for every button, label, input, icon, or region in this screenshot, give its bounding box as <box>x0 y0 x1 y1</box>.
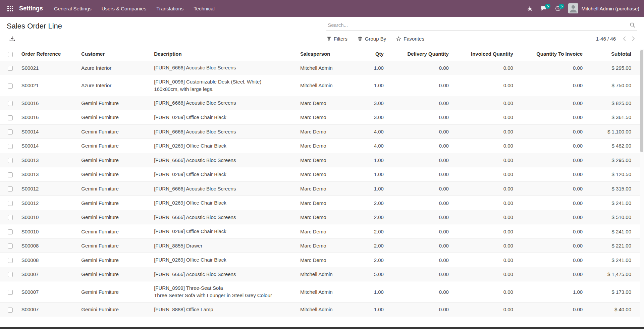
cell-customer: Gemini Furniture <box>78 281 151 303</box>
cell-quantity-to-invoice: 0.00 <box>516 253 585 267</box>
messages-button[interactable]: 5 <box>537 2 551 15</box>
row-select-cell <box>0 153 19 167</box>
cell-salesperson: Marc Demo <box>298 196 354 210</box>
pager-previous-button[interactable] <box>621 35 628 43</box>
cell-customer: Gemini Furniture <box>78 253 151 267</box>
export-button[interactable] <box>8 35 16 43</box>
activities-button[interactable]: 5 <box>551 2 565 15</box>
row-checkbox[interactable] <box>8 158 13 163</box>
cell-description: [FURN_6666] Acoustic Bloc Screens <box>151 124 298 139</box>
column-header-delivery-quantity[interactable]: Delivery Quantity <box>386 47 451 61</box>
row-checkbox[interactable] <box>8 308 13 313</box>
table-row[interactable]: S00012Gemini Furniture[FURN_6666] Acoust… <box>0 181 644 196</box>
pager-range[interactable]: 1-46 / 46 <box>596 36 616 42</box>
row-checkbox[interactable] <box>8 229 13 234</box>
column-header-order-reference[interactable]: Order Reference <box>19 47 79 61</box>
row-checkbox[interactable] <box>8 172 13 177</box>
group-by-button[interactable]: Group By <box>358 36 386 42</box>
menu-item-technical[interactable]: Technical <box>189 0 220 17</box>
cell-delivery-quantity: 0.00 <box>386 196 451 210</box>
cell-subtotal: $ 40.00 <box>585 302 644 316</box>
row-select-cell <box>0 181 19 196</box>
search-button[interactable] <box>628 22 637 28</box>
row-checkbox[interactable] <box>8 115 13 120</box>
messages-badge: 5 <box>545 4 550 9</box>
column-header-customer[interactable]: Customer <box>78 47 151 61</box>
row-checkbox[interactable] <box>8 101 13 106</box>
row-checkbox[interactable] <box>8 215 13 220</box>
apps-menu-button[interactable] <box>4 3 16 14</box>
favorites-button[interactable]: Favorites <box>396 36 424 42</box>
row-checkbox[interactable] <box>8 272 13 277</box>
table-row[interactable]: S00007Gemini Furniture[FURN_6666] Acoust… <box>0 267 644 281</box>
table-row[interactable]: S00014Gemini Furniture[FURN_0269] Office… <box>0 139 644 153</box>
table-row[interactable]: S00013Gemini Furniture[FURN_0269] Office… <box>0 167 644 182</box>
row-checkbox[interactable] <box>8 258 13 263</box>
cell-customer: Gemini Furniture <box>78 210 151 224</box>
column-header-description[interactable]: Description <box>151 47 298 61</box>
table-row[interactable]: S00014Gemini Furniture[FURN_6666] Acoust… <box>0 124 644 139</box>
table-row[interactable]: S00021Azure Interior[FURN_6666] Acoustic… <box>0 61 644 75</box>
cell-description: [FURN_0269] Office Chair Black <box>151 253 298 267</box>
menu-item-translations[interactable]: Translations <box>151 0 189 17</box>
cell-invoiced-quantity: 0.00 <box>451 253 516 267</box>
table-row[interactable]: S00013Gemini Furniture[FURN_6666] Acoust… <box>0 153 644 167</box>
vertical-scrollbar[interactable] <box>640 49 644 327</box>
row-checkbox[interactable] <box>8 66 13 71</box>
control-panel-top: Sales Order Line <box>0 17 644 31</box>
table-row[interactable]: S00016Gemini Furniture[FURN_6666] Acoust… <box>0 96 644 110</box>
user-menu[interactable]: Mitchell Admin (purchase) <box>568 3 639 13</box>
filters-label: Filters <box>334 36 347 42</box>
cell-quantity-to-invoice: 0.00 <box>516 302 585 316</box>
row-checkbox[interactable] <box>8 84 13 89</box>
row-checkbox[interactable] <box>8 290 13 295</box>
cell-order-reference: S00021 <box>19 75 79 96</box>
row-checkbox[interactable] <box>8 144 13 149</box>
cell-customer: Azure Interior <box>78 75 151 96</box>
app-name[interactable]: Settings <box>19 5 43 12</box>
row-select-cell <box>0 167 19 182</box>
cell-order-reference: S00013 <box>19 167 79 182</box>
table-row[interactable]: S00008Gemini Furniture[FURN_0269] Office… <box>0 253 644 267</box>
table-row[interactable]: S00016Gemini Furniture[FURN_0269] Office… <box>0 110 644 125</box>
cell-invoiced-quantity: 0.00 <box>451 75 516 96</box>
column-header-salesperson[interactable]: Salesperson <box>298 47 354 61</box>
table-row[interactable]: S00010Gemini Furniture[FURN_6666] Acoust… <box>0 210 644 224</box>
cell-delivery-quantity: 0.00 <box>386 61 451 75</box>
row-checkbox[interactable] <box>8 129 13 134</box>
search-input[interactable] <box>327 22 628 28</box>
table-row[interactable]: S00010Gemini Furniture[FURN_0269] Office… <box>0 224 644 239</box>
cell-delivery-quantity: 0.00 <box>386 302 451 316</box>
scrollbar-thumb[interactable] <box>640 50 643 152</box>
cell-order-reference: S00012 <box>19 181 79 196</box>
cell-invoiced-quantity: 0.00 <box>451 61 516 75</box>
cell-invoiced-quantity: 0.00 <box>451 167 516 182</box>
column-header-invoiced-quantity[interactable]: Invoiced Quantity <box>451 47 516 61</box>
row-checkbox[interactable] <box>8 186 13 191</box>
filters-button[interactable]: Filters <box>327 36 347 42</box>
cell-description: [FURN_6666] Acoustic Bloc Screens <box>151 153 298 167</box>
select-all-checkbox[interactable] <box>8 52 13 57</box>
cell-subtotal: $ 295.00 <box>585 153 644 167</box>
cell-invoiced-quantity: 0.00 <box>451 196 516 210</box>
cell-description: [FURN_0269] Office Chair Black <box>151 224 298 239</box>
table-row[interactable]: S00021Azure Interior[FURN_0096] Customiz… <box>0 75 644 96</box>
menu-item-general-settings[interactable]: General Settings <box>49 0 97 17</box>
row-select-cell <box>0 110 19 125</box>
debug-button[interactable] <box>523 2 537 15</box>
column-header-qty[interactable]: Qty <box>354 47 386 61</box>
cell-subtotal: $ 315.00 <box>585 181 644 196</box>
pager-next-button[interactable] <box>630 35 637 43</box>
table-row[interactable]: S00007Gemini Furniture[FURN_8999] Three-… <box>0 281 644 303</box>
table-row[interactable]: S00012Gemini Furniture[FURN_0269] Office… <box>0 196 644 210</box>
menu-item-users-companies[interactable]: Users & Companies <box>97 0 151 17</box>
row-checkbox[interactable] <box>8 243 13 249</box>
table-row[interactable]: S00007Gemini Furniture[FURN_8888] Office… <box>0 302 644 316</box>
activities-badge: 5 <box>559 4 564 9</box>
column-header-quantity-to-invoice[interactable]: Quantity To Invoice <box>516 47 585 61</box>
cell-invoiced-quantity: 0.00 <box>451 96 516 110</box>
column-header-subtotal[interactable]: Subtotal <box>585 47 644 61</box>
table-row[interactable]: S00008Gemini Furniture[FURN_8855] Drawer… <box>0 238 644 253</box>
row-checkbox[interactable] <box>8 201 13 206</box>
cell-delivery-quantity: 0.00 <box>386 75 451 96</box>
